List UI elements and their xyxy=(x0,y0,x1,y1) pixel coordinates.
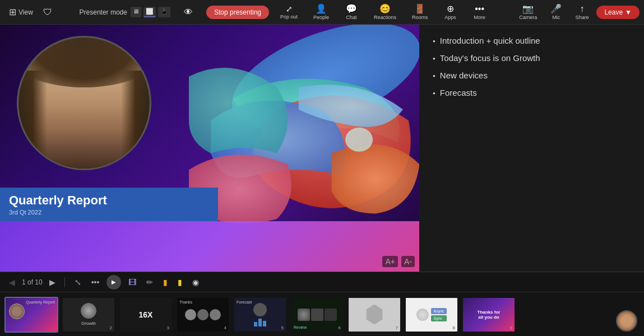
bullet-3: ● xyxy=(433,73,435,78)
film-icon[interactable]: 🎞 xyxy=(126,277,139,288)
thumb-5-number: 5 xyxy=(281,325,284,330)
chat-button[interactable]: 💬 Chat xyxy=(340,2,363,22)
thumb-2-number: 2 xyxy=(110,325,112,330)
presenter-mode-section: Presenter mode 🖥 ⬜ 📱 xyxy=(80,7,170,17)
page-info: 1 of 10 xyxy=(22,278,43,286)
share-button[interactable]: ↑ Share xyxy=(571,2,593,22)
toolbar: ⊞ View 🛡 Presenter mode 🖥 ⬜ 📱 👁 Stop pre… xyxy=(0,0,644,25)
presenter-mode-icons: 🖥 ⬜ 📱 xyxy=(131,7,170,17)
laser-icon[interactable]: ◉ xyxy=(189,277,202,288)
slide-title: Quarterly Report xyxy=(9,193,209,208)
apps-button[interactable]: ⊕ Apps xyxy=(439,2,462,22)
thumbnail-8[interactable]: Async Sync 8 xyxy=(405,297,458,333)
outline-item-1: ●Introduction + quick outline xyxy=(433,36,631,45)
eye-button[interactable]: 👁 xyxy=(177,6,200,19)
thumb-3-inner: 16X xyxy=(120,298,172,332)
presenter-avatar xyxy=(616,310,637,332)
thumb-9-inner: Thanks forall you do xyxy=(463,298,515,332)
thumb-7-inner xyxy=(349,298,400,332)
thumbnail-5[interactable]: Forecast 5 xyxy=(233,297,287,333)
outline-list: ●Introduction + quick outline●Today's fo… xyxy=(433,36,631,97)
thumb-3-number: 3 xyxy=(167,325,169,330)
presenter-video xyxy=(18,38,150,169)
thumb-1-inner: Quarterly Report xyxy=(6,298,57,332)
highlighter-icon[interactable]: ▮ xyxy=(160,277,170,288)
thumbnails-strip: Quarterly Report Growth 2 16X 3 xyxy=(0,292,644,336)
presenter-mode-label: Presenter mode xyxy=(80,8,127,16)
toolbar-center: Presenter mode 🖥 ⬜ 📱 👁 Stop presenting ⤢… xyxy=(58,2,513,22)
font-decrease-button[interactable]: A- xyxy=(401,256,415,267)
thumb-6-number: 6 xyxy=(339,325,341,330)
pres-icon-monitor[interactable]: 🖥 xyxy=(131,7,141,17)
outline-item-2: ●Today's focus is on Growth xyxy=(433,53,631,63)
shield-icon[interactable]: 🛡 xyxy=(40,5,55,20)
thumbnail-2[interactable]: Growth 2 xyxy=(62,297,115,333)
abstract-shapes-svg xyxy=(189,25,419,227)
thumb-5-inner: Forecast xyxy=(234,298,286,332)
thumb-8-number: 8 xyxy=(453,325,455,330)
play-button[interactable]: ▶ xyxy=(106,275,121,290)
rooms-button[interactable]: 🚪 Rooms xyxy=(407,2,433,22)
nav-separator xyxy=(64,277,65,287)
bullet-2: ● xyxy=(433,56,435,61)
presenter-face xyxy=(617,311,636,330)
thumb-9-number: 9 xyxy=(510,325,512,330)
thumbnail-3[interactable]: 16X 3 xyxy=(119,297,173,333)
pres-icon-phone[interactable]: 📱 xyxy=(158,7,170,17)
outline-text-3: New devices xyxy=(440,71,488,80)
thumb-6-inner: Review xyxy=(291,298,343,332)
reactions-button[interactable]: 😊 Reactions xyxy=(369,2,401,22)
thumbnail-9[interactable]: Thanks forall you do 9 xyxy=(462,297,516,333)
video-circle xyxy=(17,36,151,170)
toolbar-left: ⊞ View 🛡 xyxy=(4,4,55,20)
leave-button[interactable]: Leave ▼ xyxy=(596,6,640,19)
more-button[interactable]: ••• More xyxy=(469,2,491,22)
slide-title-bar: Quarterly Report 3rd Qt 2022 xyxy=(0,188,218,221)
camera-button[interactable]: 📷 Camera xyxy=(515,2,541,22)
mic-button[interactable]: 🎤 Mic xyxy=(545,2,567,22)
thumb-8-inner: Async Sync xyxy=(406,298,457,332)
bullet-4: ● xyxy=(433,91,435,96)
bottom-bar: ◀ 1 of 10 ▶ ⤡ ••• ▶ 🎞 ✏ ▮ ▮ ◉ Quarterly … xyxy=(0,272,644,336)
outline-item-3: ●New devices xyxy=(433,71,631,80)
thumb-4-number: 4 xyxy=(224,325,226,330)
thumb-2-inner: Growth xyxy=(63,298,114,332)
leave-label: Leave xyxy=(604,8,623,16)
slide-area: Quarterly Report 3rd Qt 2022 A+ A- xyxy=(0,25,419,272)
leave-chevron: ▼ xyxy=(625,8,632,16)
slide-container: Quarterly Report 3rd Qt 2022 A+ A- xyxy=(0,25,419,272)
svg-point-1 xyxy=(345,128,373,152)
toolbar-right: 📷 Camera 🎤 Mic ↑ Share Leave ▼ xyxy=(515,2,640,22)
stop-presenting-button[interactable]: Stop presenting xyxy=(206,6,269,19)
pop-out-button[interactable]: ⤢ Pop out xyxy=(276,3,302,22)
thumb-4-inner: Thanks xyxy=(177,298,229,332)
people-button[interactable]: 👤 People xyxy=(309,2,333,22)
pen-icon[interactable]: ✏ xyxy=(143,277,156,288)
pres-icon-split[interactable]: ⬜ xyxy=(143,7,156,17)
thumbnail-6[interactable]: Review 6 xyxy=(290,297,344,333)
outline-text-4: Forecasts xyxy=(440,88,477,97)
outline-item-4: ●Forecasts xyxy=(433,88,631,97)
bullet-1: ● xyxy=(433,39,435,44)
shapes-area xyxy=(189,25,419,227)
thumbnail-7[interactable]: 7 xyxy=(348,297,401,333)
expand-icon[interactable]: ⤡ xyxy=(72,277,84,288)
thumbnail-1[interactable]: Quarterly Report xyxy=(4,297,58,333)
prev-slide-button[interactable]: ◀ xyxy=(7,277,17,288)
slide-subtitle: 3rd Qt 2022 xyxy=(9,209,209,216)
yellow-marker-icon[interactable]: ▮ xyxy=(175,277,185,288)
outline-text-1: Introduction + quick outline xyxy=(440,36,540,45)
main-content: Quarterly Report 3rd Qt 2022 A+ A- ●Intr… xyxy=(0,25,644,272)
next-slide-button[interactable]: ▶ xyxy=(47,277,58,288)
font-controls: A+ A- xyxy=(382,256,415,267)
nav-controls: ◀ 1 of 10 ▶ ⤡ ••• ▶ 🎞 ✏ ▮ ▮ ◉ xyxy=(0,272,644,292)
slide-bottom-band xyxy=(0,221,419,272)
nav-more-icon[interactable]: ••• xyxy=(89,277,103,288)
view-button[interactable]: ⊞ View xyxy=(4,4,38,20)
outline-text-2: Today's focus is on Growth xyxy=(440,53,540,63)
right-panel: ●Introduction + quick outline●Today's fo… xyxy=(419,25,644,272)
slide-background: Quarterly Report 3rd Qt 2022 A+ A- xyxy=(0,25,419,272)
thumbnail-4[interactable]: Thanks 4 xyxy=(176,297,230,333)
font-increase-button[interactable]: A+ xyxy=(382,256,398,267)
thumb-1-avatar xyxy=(9,304,25,319)
